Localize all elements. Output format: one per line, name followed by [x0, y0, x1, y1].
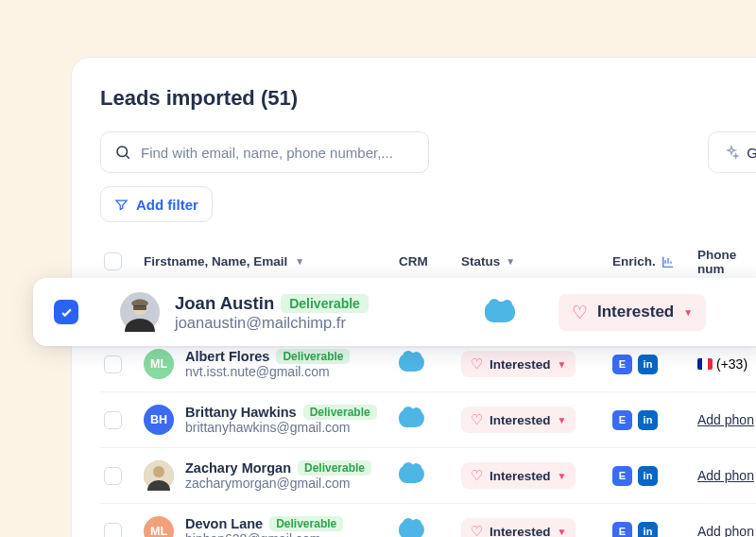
- caret-down-icon: ▼: [558, 527, 567, 537]
- salesforce-icon: [399, 409, 424, 427]
- salesforce-icon: [399, 465, 424, 483]
- enrich-badge: E: [612, 466, 632, 486]
- row-checkbox-checked[interactable]: [54, 300, 78, 324]
- col-name[interactable]: Firstname, Name, Email▼: [144, 254, 399, 268]
- lead-name: Joan Austin: [175, 293, 274, 313]
- col-crm: CRM: [399, 254, 461, 268]
- enrich-badge: E: [612, 522, 632, 538]
- lead-name: Devon Lane: [185, 516, 263, 531]
- status-badge: Deliverable: [276, 349, 350, 364]
- caret-down-icon: ▼: [506, 256, 515, 267]
- table-header: Firstname, Name, Email▼ CRM Status▼ Enri…: [100, 243, 756, 281]
- svg-rect-5: [133, 305, 146, 310]
- heart-icon: ♡: [471, 467, 483, 484]
- sparkle-icon: [724, 145, 739, 160]
- lead-email: binhan628@gmail.com: [185, 531, 343, 537]
- heart-icon: ♡: [471, 523, 483, 537]
- add-phone-link[interactable]: Add phon: [697, 412, 754, 427]
- select-all-checkbox[interactable]: [104, 252, 122, 270]
- status-select[interactable]: ♡Interested▼: [461, 462, 576, 489]
- avatar: BH: [144, 405, 174, 435]
- status-select[interactable]: ♡Interested▼: [461, 407, 576, 433]
- caret-down-icon: ▼: [683, 307, 693, 318]
- add-phone-link[interactable]: Add phon: [697, 468, 754, 483]
- check-icon: [60, 305, 74, 320]
- status-select[interactable]: ♡Interested▼: [461, 351, 576, 377]
- row-checkbox[interactable]: [104, 355, 122, 373]
- caret-down-icon: ▼: [558, 415, 567, 425]
- page-title: Leads imported (51): [100, 86, 756, 111]
- lead-name: Brittany Hawkins: [185, 405, 297, 420]
- search-input[interactable]: [141, 145, 415, 161]
- salesforce-icon: [485, 302, 515, 322]
- avatar: ML: [144, 349, 174, 379]
- heart-icon: ♡: [471, 355, 483, 372]
- linkedin-icon: in: [638, 355, 658, 374]
- search-icon: [114, 144, 131, 161]
- lead-email: brittanyhawkins@gmail.com: [185, 420, 377, 435]
- add-filter-button[interactable]: Add filter: [100, 186, 213, 222]
- lead-email: nvt.isst.nute@gmail.com: [185, 364, 350, 379]
- lead-name: Zachary Morgan: [185, 460, 291, 476]
- phone-cell: (+33): [697, 356, 756, 372]
- toolbar: Gener: [100, 131, 756, 173]
- avatar-photo: [120, 292, 160, 332]
- chart-icon: [662, 255, 675, 268]
- row-checkbox[interactable]: [104, 523, 122, 538]
- caret-down-icon: ▼: [295, 256, 304, 267]
- heart-icon: ♡: [471, 411, 483, 428]
- row-checkbox[interactable]: [104, 467, 122, 485]
- col-enrich: Enrich.: [612, 254, 697, 268]
- lead-name: Albert Flores: [185, 349, 269, 364]
- generate-label: Gener: [747, 145, 756, 161]
- add-phone-link[interactable]: Add phon: [697, 524, 754, 537]
- salesforce-icon: [399, 354, 424, 372]
- row-checkbox[interactable]: [104, 411, 122, 429]
- status-badge: Deliverable: [281, 294, 369, 313]
- status-badge: Deliverable: [298, 460, 371, 476]
- enrich-badge: E: [612, 355, 632, 374]
- generate-button[interactable]: Gener: [708, 131, 756, 173]
- funnel-icon: [114, 198, 129, 212]
- status-select[interactable]: ♡Interested▼: [558, 294, 706, 331]
- lead-email: joanaustin@mailchimp.fr: [175, 314, 485, 332]
- linkedin-icon: in: [638, 522, 658, 538]
- avatar: [144, 460, 174, 491]
- caret-down-icon: ▼: [558, 359, 567, 370]
- svg-point-2: [153, 466, 164, 477]
- status-select[interactable]: ♡Interested▼: [461, 518, 576, 537]
- add-filter-label: Add filter: [136, 197, 198, 213]
- table-row: BH Brittany HawkinsDeliverable brittanyh…: [100, 392, 756, 448]
- salesforce-icon: [399, 521, 424, 537]
- col-phone: Phone num: [697, 248, 756, 276]
- svg-point-0: [117, 147, 128, 157]
- col-status[interactable]: Status▼: [461, 254, 612, 268]
- caret-down-icon: ▼: [558, 471, 567, 481]
- highlighted-row: Joan AustinDeliverable joanaustin@mailch…: [33, 278, 756, 346]
- enrich-badge: E: [612, 410, 632, 430]
- lead-email: zacharymorgan@gmail.com: [185, 476, 371, 491]
- flag-fr-icon: [697, 358, 713, 370]
- table-row: Zachary MorganDeliverable zacharymorgan@…: [100, 448, 756, 504]
- status-badge: Deliverable: [269, 516, 343, 531]
- avatar-photo: [144, 460, 174, 491]
- status-badge: Deliverable: [303, 405, 377, 420]
- linkedin-icon: in: [638, 466, 658, 486]
- linkedin-icon: in: [638, 410, 658, 430]
- table-row: ML Devon LaneDeliverable binhan628@gmail…: [100, 504, 756, 537]
- avatar: ML: [144, 516, 174, 537]
- avatar: [120, 292, 160, 332]
- heart-icon: ♡: [572, 302, 588, 323]
- search-input-wrapper[interactable]: [100, 131, 429, 173]
